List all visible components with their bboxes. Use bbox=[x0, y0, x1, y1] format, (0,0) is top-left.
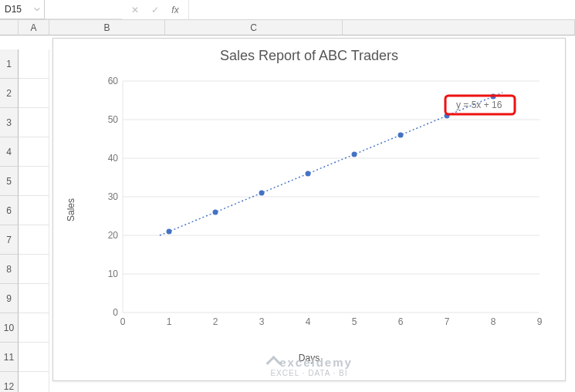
fx-icon[interactable]: fx bbox=[168, 5, 182, 15]
chart-plot-area[interactable]: 0102030405060 0123456789 y = 5x + 16 bbox=[100, 77, 547, 332]
y-axis-label[interactable]: Sales bbox=[66, 198, 76, 221]
y-axis-ticks: 0102030405060 bbox=[108, 77, 119, 318]
svg-text:3: 3 bbox=[259, 316, 265, 327]
svg-text:2: 2 bbox=[213, 316, 218, 327]
svg-text:4: 4 bbox=[306, 316, 311, 327]
cell[interactable] bbox=[19, 196, 49, 225]
svg-text:1: 1 bbox=[167, 316, 172, 327]
name-box[interactable]: D15 bbox=[0, 0, 45, 19]
cell[interactable] bbox=[19, 225, 49, 255]
select-all-corner[interactable] bbox=[0, 20, 19, 35]
watermark-line1: exceldemy bbox=[279, 356, 353, 369]
chart-object[interactable]: Sales Report of ABC Traders Sales 010203… bbox=[52, 38, 566, 381]
formula-bar-buttons: ✕ ✓ fx bbox=[122, 0, 188, 19]
cell[interactable] bbox=[19, 137, 49, 167]
row-header[interactable]: 10 bbox=[0, 313, 19, 343]
cancel-icon[interactable]: ✕ bbox=[128, 5, 142, 15]
cell[interactable] bbox=[19, 167, 49, 196]
svg-text:0: 0 bbox=[113, 307, 118, 318]
cell[interactable] bbox=[19, 313, 49, 343]
svg-text:7: 7 bbox=[445, 316, 450, 327]
cell[interactable] bbox=[19, 343, 49, 372]
svg-text:10: 10 bbox=[108, 269, 119, 279]
svg-point-27 bbox=[259, 191, 265, 196]
cell[interactable] bbox=[19, 49, 49, 79]
formula-input[interactable] bbox=[188, 0, 575, 19]
svg-text:50: 50 bbox=[108, 114, 119, 125]
svg-point-26 bbox=[213, 210, 218, 215]
x-axis-ticks: 0123456789 bbox=[120, 316, 543, 327]
cell[interactable] bbox=[19, 108, 49, 137]
svg-text:60: 60 bbox=[108, 77, 119, 86]
trendline-equation-label[interactable]: y = 5x + 16 bbox=[456, 100, 502, 110]
row-header[interactable]: 5 bbox=[0, 167, 19, 196]
svg-point-29 bbox=[352, 152, 357, 157]
row-header[interactable]: 4 bbox=[0, 137, 19, 167]
name-box-value: D15 bbox=[5, 4, 22, 15]
svg-text:9: 9 bbox=[537, 316, 543, 327]
svg-point-28 bbox=[306, 171, 311, 177]
col-header-C[interactable]: C bbox=[165, 20, 343, 35]
chart-title[interactable]: Sales Report of ABC Traders bbox=[53, 39, 565, 66]
chevron-down-icon[interactable] bbox=[32, 0, 42, 19]
watermark-line2: EXCEL · DATA · BI bbox=[266, 369, 353, 377]
cell[interactable] bbox=[19, 79, 49, 108]
row-header[interactable]: 7 bbox=[0, 225, 19, 255]
row-header[interactable]: 2 bbox=[0, 79, 19, 108]
row-header[interactable]: 11 bbox=[0, 343, 19, 372]
formula-bar: D15 ✕ ✓ fx bbox=[0, 0, 575, 20]
svg-text:0: 0 bbox=[120, 316, 126, 327]
svg-text:6: 6 bbox=[398, 316, 404, 327]
svg-point-25 bbox=[167, 229, 172, 235]
watermark-logo: exceldemy EXCEL · DATA · BI bbox=[266, 356, 353, 378]
cell[interactable] bbox=[19, 372, 49, 392]
col-header-A[interactable]: A bbox=[19, 20, 49, 35]
svg-text:30: 30 bbox=[108, 191, 119, 202]
cell[interactable] bbox=[19, 255, 49, 284]
chart-gridlines bbox=[123, 81, 539, 313]
row-header[interactable]: 1 bbox=[0, 49, 19, 79]
row-header[interactable]: 6 bbox=[0, 196, 19, 225]
row-header[interactable]: 9 bbox=[0, 284, 19, 313]
row-header[interactable]: 3 bbox=[0, 108, 19, 137]
svg-point-30 bbox=[398, 133, 404, 138]
svg-text:40: 40 bbox=[108, 153, 119, 164]
row-header[interactable]: 12 bbox=[0, 372, 19, 392]
cell[interactable] bbox=[19, 284, 49, 313]
col-header-blank[interactable] bbox=[343, 20, 575, 35]
svg-text:5: 5 bbox=[352, 316, 357, 327]
svg-text:20: 20 bbox=[108, 230, 119, 241]
row-header[interactable]: 8 bbox=[0, 255, 19, 284]
col-header-B[interactable]: B bbox=[49, 20, 165, 35]
svg-text:8: 8 bbox=[491, 316, 496, 327]
confirm-icon[interactable]: ✓ bbox=[148, 5, 162, 15]
